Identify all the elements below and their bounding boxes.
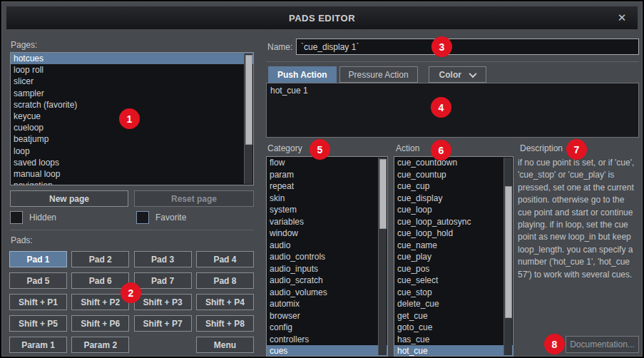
action-tabs: Push Action Pressure Action Color [268, 66, 489, 83]
list-item[interactable]: navigation [11, 180, 253, 185]
color-dropdown[interactable]: Color [429, 66, 486, 83]
list-item[interactable]: cue_name [394, 240, 513, 252]
list-item[interactable]: beatjump [11, 133, 253, 145]
param-2-button[interactable]: Param 2 [71, 337, 129, 353]
favorite-checkbox-row: Favorite [136, 211, 186, 224]
list-item[interactable]: slicer [11, 76, 253, 87]
annotation-badge-3: 3 [431, 36, 452, 57]
reset-page-button[interactable]: Reset page [134, 190, 254, 207]
shift-p1-button[interactable]: Shift + P1 [9, 294, 67, 310]
list-item[interactable]: loop [11, 145, 253, 157]
pad-3-button[interactable]: Pad 3 [134, 251, 192, 267]
list-item[interactable]: cue_loop [394, 204, 513, 216]
name-label: Name: [267, 42, 292, 52]
hidden-checkbox[interactable] [10, 211, 23, 224]
scrollbar-thumb[interactable] [245, 55, 252, 145]
tab-push-action[interactable]: Push Action [268, 66, 337, 83]
annotation-badge-6: 6 [431, 140, 451, 160]
list-item[interactable]: manual loop [11, 168, 253, 180]
list-item[interactable]: cue_loop_hold [394, 227, 513, 240]
shift-p4-button[interactable]: Shift + P4 [196, 294, 254, 310]
list-item[interactable]: goto_cue [394, 322, 513, 334]
annotation-badge-4: 4 [431, 97, 451, 118]
new-page-button[interactable]: New page [10, 190, 128, 207]
scrollbar-thumb[interactable] [505, 186, 512, 318]
annotation-badge-5: 5 [310, 139, 330, 160]
list-item[interactable]: cue_pos [394, 263, 513, 275]
action-script-textarea[interactable]: hot_cue 1 [266, 83, 639, 138]
list-item[interactable]: automix [267, 298, 387, 310]
list-item[interactable]: skin [267, 193, 387, 205]
tab-pressure-action[interactable]: Pressure Action [339, 66, 418, 83]
annotation-badge-8: 8 [544, 334, 565, 354]
pads-editor-dialog: PADS EDITOR ✕ Pages: hotcuesloop rollsli… [1, 1, 643, 357]
list-item[interactable]: repeat [267, 180, 387, 193]
list-item[interactable]: hotcues [11, 53, 253, 64]
list-item[interactable]: cue_play [394, 251, 513, 263]
list-item[interactable]: audio_scratch [267, 275, 387, 287]
favorite-checkbox[interactable] [136, 211, 149, 224]
list-item[interactable]: audio_inputs [267, 263, 387, 275]
list-item[interactable]: cue_display [394, 193, 513, 205]
list-item[interactable]: cue_countup [394, 169, 513, 181]
annotation-badge-1: 1 [119, 108, 140, 129]
list-item[interactable]: delete_cue [394, 298, 513, 310]
category-list: flowparamrepeatskinsystemvariableswindow… [266, 156, 388, 357]
pads-label: Pads: [11, 235, 33, 245]
list-item[interactable]: audio_controls [267, 251, 387, 263]
list-item[interactable]: sampler [11, 88, 253, 99]
param-1-button[interactable]: Param 1 [9, 337, 67, 353]
list-item[interactable]: system [267, 204, 387, 216]
shift-p8-button[interactable]: Shift + P8 [196, 315, 254, 332]
pages-scrollbar[interactable] [244, 53, 252, 184]
window-title: PADS EDITOR [289, 13, 355, 24]
pad-5-button[interactable]: Pad 5 [9, 272, 67, 289]
list-item[interactable]: saved loops [11, 157, 253, 168]
list-item[interactable]: audio [267, 240, 387, 252]
list-item[interactable]: browser [267, 310, 387, 322]
list-item[interactable]: cue_stop [394, 287, 513, 299]
pad-1-button[interactable]: Pad 1 [9, 251, 67, 267]
favorite-label: Favorite [155, 213, 186, 223]
color-dropdown-label: Color [439, 70, 461, 80]
shift-p6-button[interactable]: Shift + P6 [71, 315, 129, 332]
pad-7-button[interactable]: Pad 7 [134, 272, 192, 289]
pad-6-button[interactable]: Pad 6 [71, 272, 129, 289]
scrollbar-thumb[interactable] [379, 159, 387, 229]
annotation-badge-7: 7 [566, 139, 587, 160]
close-icon[interactable]: ✕ [615, 11, 629, 25]
divider [10, 230, 254, 230]
list-item[interactable]: window [267, 227, 387, 240]
list-item[interactable]: config [267, 322, 387, 334]
list-item[interactable]: has_cue [394, 334, 513, 346]
name-input[interactable] [296, 39, 639, 55]
pad-2-button[interactable]: Pad 2 [71, 251, 129, 267]
list-item[interactable]: loop roll [11, 64, 253, 76]
category-scrollbar[interactable] [378, 158, 387, 355]
hidden-checkbox-row: Hidden [10, 211, 56, 224]
list-item[interactable]: cues [267, 345, 387, 357]
pages-label: Pages: [11, 40, 37, 50]
title-bar: PADS EDITOR ✕ [6, 6, 638, 29]
list-item[interactable]: controllers [267, 334, 387, 346]
documentation-button[interactable]: Documentation... [566, 336, 639, 353]
list-item[interactable]: hot_cue [394, 345, 513, 357]
pad-8-button[interactable]: Pad 8 [196, 272, 254, 289]
category-header: Category [267, 143, 302, 153]
action-scrollbar[interactable] [504, 158, 512, 355]
menu-button[interactable]: Menu [196, 337, 254, 353]
shift-p5-button[interactable]: Shift + P5 [9, 315, 67, 332]
list-item[interactable]: cue_countdown [394, 157, 513, 169]
list-item[interactable]: variables [267, 216, 387, 228]
pad-4-button[interactable]: Pad 4 [196, 251, 254, 267]
list-item[interactable]: get_cue [394, 310, 513, 322]
list-item[interactable]: cue_loop_autosync [394, 216, 513, 228]
shift-p3-button[interactable]: Shift + P3 [134, 294, 192, 310]
list-item[interactable]: flow [267, 157, 387, 169]
shift-p7-button[interactable]: Shift + P7 [134, 315, 192, 332]
list-item[interactable]: audio_volumes [267, 287, 387, 299]
divider [266, 61, 639, 62]
list-item[interactable]: param [267, 169, 387, 181]
list-item[interactable]: cue_cup [394, 180, 513, 193]
list-item[interactable]: cue_select [394, 275, 513, 287]
